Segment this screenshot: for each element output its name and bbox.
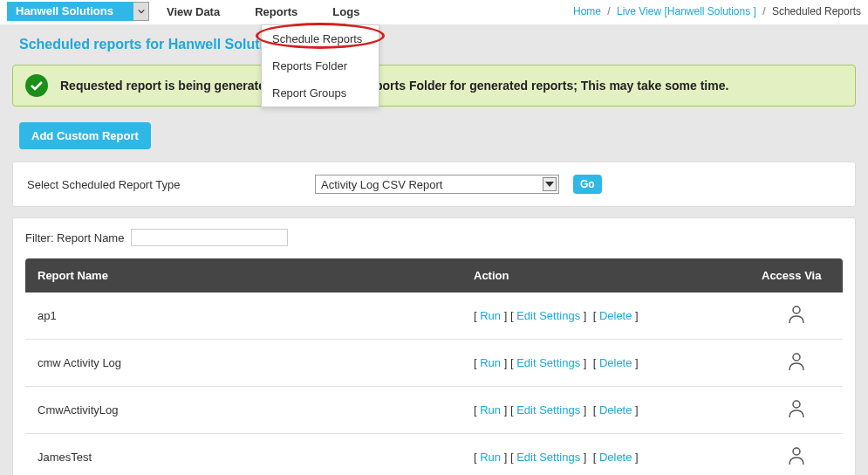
report-type-value: Activity Log CSV Report — [321, 178, 442, 191]
nav-logs[interactable]: Logs — [332, 5, 359, 18]
chevron-down-icon[interactable] — [133, 2, 149, 21]
reports-table: Report Name Action Access Via ap1[ Run ]… — [25, 258, 843, 475]
cell-report-name: CmwActivityLog — [25, 387, 461, 434]
cell-access-via — [749, 340, 843, 387]
dropdown-report-groups[interactable]: Report Groups — [262, 79, 379, 107]
run-link[interactable]: Run — [480, 309, 501, 322]
header-access-via[interactable]: Access Via — [749, 258, 843, 293]
cell-report-name: JamesTest — [25, 434, 461, 476]
delete-link[interactable]: Delete — [599, 403, 632, 416]
table-row: CmwActivityLog[ Run ] [ Edit Settings ] … — [25, 387, 843, 434]
svg-point-0 — [793, 306, 800, 313]
user-icon[interactable] — [788, 446, 805, 468]
edit-settings-link[interactable]: Edit Settings — [516, 403, 580, 416]
cell-access-via — [749, 293, 843, 340]
svg-point-2 — [793, 401, 800, 408]
edit-settings-link[interactable]: Edit Settings — [516, 451, 580, 464]
report-type-select[interactable]: Activity Log CSV Report — [315, 175, 559, 194]
dropdown-reports-folder[interactable]: Reports Folder — [262, 52, 379, 79]
add-custom-report-button[interactable]: Add Custom Report — [19, 122, 151, 149]
chevron-down-icon — [543, 177, 557, 191]
cell-action: [ Run ] [ Edit Settings ] [ Delete ] — [461, 293, 749, 340]
go-button[interactable]: Go — [573, 175, 602, 194]
run-link[interactable]: Run — [480, 451, 501, 464]
reports-list-panel: Filter: Report Name Report Name Action A… — [12, 217, 856, 475]
edit-settings-link[interactable]: Edit Settings — [516, 309, 580, 322]
report-type-panel: Select Scheduled Report Type Activity Lo… — [12, 162, 856, 207]
filter-row: Filter: Report Name — [25, 229, 843, 246]
svg-point-3 — [793, 448, 800, 455]
delete-link[interactable]: Delete — [599, 356, 632, 369]
table-row: JamesTest[ Run ] [ Edit Settings ] [ Del… — [25, 434, 843, 476]
edit-settings-link[interactable]: Edit Settings — [516, 356, 580, 369]
page-title: Scheduled reports for Hanwell Solutions — [19, 37, 856, 52]
reports-dropdown: Schedule Reports Reports Folder Report G… — [261, 24, 379, 107]
header-report-name[interactable]: Report Name — [25, 258, 461, 293]
run-link[interactable]: Run — [480, 403, 501, 416]
user-icon[interactable] — [788, 352, 805, 374]
cell-action: [ Run ] [ Edit Settings ] [ Delete ] — [461, 387, 749, 434]
dropdown-schedule-reports[interactable]: Schedule Reports — [262, 25, 379, 52]
success-alert: Requested report is being generated. Ple… — [12, 65, 856, 107]
nav-view-data[interactable]: View Data — [167, 5, 220, 18]
cell-action: [ Run ] [ Edit Settings ] [ Delete ] — [461, 340, 749, 387]
table-row: ap1[ Run ] [ Edit Settings ] [ Delete ] — [25, 293, 843, 340]
nav-reports[interactable]: Reports — [255, 5, 297, 18]
cell-access-via — [749, 387, 843, 434]
site-selector[interactable]: Hanwell Solutions — [7, 2, 149, 21]
main-nav: View Data Reports Logs Schedule Reports … — [167, 5, 359, 18]
run-link[interactable]: Run — [480, 356, 501, 369]
header-action[interactable]: Action — [461, 258, 749, 293]
site-selector-label: Hanwell Solutions — [7, 2, 133, 21]
breadcrumb-live-view[interactable]: Live View [Hanwell Solutions ] — [617, 5, 756, 17]
user-icon[interactable] — [788, 399, 805, 421]
main-content: Scheduled reports for Hanwell Solutions … — [0, 24, 868, 475]
table-row: cmw Activity Log[ Run ] [ Edit Settings … — [25, 340, 843, 387]
breadcrumb: Home / Live View [Hanwell Solutions ] / … — [573, 5, 861, 17]
cell-report-name: cmw Activity Log — [25, 340, 461, 387]
cell-access-via — [749, 434, 843, 476]
filter-label: Filter: Report Name — [25, 231, 124, 244]
check-circle-icon — [25, 74, 48, 97]
topbar: Hanwell Solutions View Data Reports Logs… — [0, 0, 868, 23]
breadcrumb-home[interactable]: Home — [573, 5, 601, 17]
cell-action: [ Run ] [ Edit Settings ] [ Delete ] — [461, 434, 749, 476]
table-header-row: Report Name Action Access Via — [25, 258, 843, 293]
filter-report-name-input[interactable] — [131, 229, 288, 246]
delete-link[interactable]: Delete — [599, 451, 632, 464]
breadcrumb-current: Scheduled Reports — [772, 5, 861, 17]
alert-text: Requested report is being generated. Ple… — [60, 79, 728, 93]
delete-link[interactable]: Delete — [599, 309, 632, 322]
svg-point-1 — [793, 354, 800, 361]
user-icon[interactable] — [788, 305, 805, 327]
cell-report-name: ap1 — [25, 293, 461, 340]
select-type-label: Select Scheduled Report Type — [27, 178, 306, 191]
